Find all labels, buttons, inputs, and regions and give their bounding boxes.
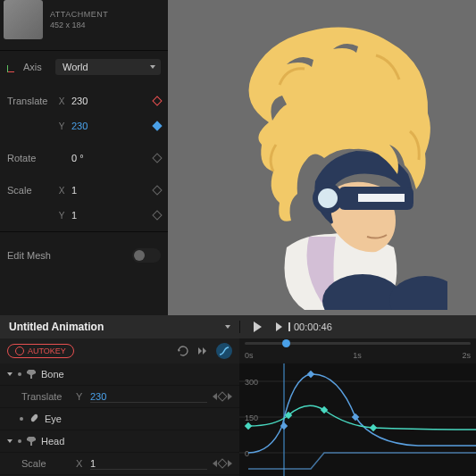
svg-rect-18 <box>245 422 252 430</box>
translate-y-key-icon[interactable] <box>152 121 162 130</box>
scale-x-input[interactable]: 1 <box>71 185 148 196</box>
attachment-thumbnail[interactable] <box>4 0 43 39</box>
skip-icon[interactable] <box>196 345 209 357</box>
chevron-down-icon[interactable] <box>7 439 13 443</box>
svg-point-1 <box>389 276 447 310</box>
svg-point-3 <box>318 188 338 208</box>
rotate-input[interactable]: 0 ° <box>71 153 148 163</box>
scale-label: Scale <box>7 185 52 196</box>
chevron-down-icon <box>225 325 230 329</box>
attachment-label: ATTACHMENT <box>50 10 108 19</box>
track-bone[interactable]: Bone <box>0 363 239 386</box>
graph-editor[interactable]: 300 150 0 <box>239 363 476 476</box>
axis-dropdown[interactable]: World <box>55 59 161 75</box>
scale-y-input[interactable]: 1 <box>71 210 148 221</box>
properties-sidebar: ATTACHMENT 452 x 184 Axis World Translat… <box>0 0 168 315</box>
translate-x-input[interactable]: 230 <box>71 96 148 106</box>
attachment-dimensions: 452 x 184 <box>50 21 108 29</box>
track-scale-x-input[interactable]: 1 <box>90 458 207 470</box>
translate-y-input[interactable]: 230 <box>71 121 148 131</box>
bone-icon <box>27 370 36 379</box>
time-display: 00:00:46 <box>294 322 332 332</box>
svg-text:300: 300 <box>245 378 258 387</box>
animation-title-dropdown[interactable]: Untitled Animation <box>0 321 239 333</box>
svg-text:150: 150 <box>245 413 258 422</box>
play-button[interactable] <box>251 321 263 333</box>
track-head-scale-x[interactable]: Scale X 1 <box>0 453 239 475</box>
axis-label: Axis <box>23 62 50 72</box>
svg-text:0: 0 <box>245 449 249 458</box>
track-bone-translate[interactable]: Translate Y 230 <box>0 386 239 408</box>
viewport[interactable] <box>168 0 476 315</box>
track-list: Bone Translate Y 230 Eye Head Scale X 1 <box>0 363 239 476</box>
curves-mode-button[interactable] <box>216 343 232 359</box>
bone-icon <box>27 437 36 446</box>
rotate-label: Rotate <box>7 153 52 163</box>
svg-rect-4 <box>358 194 405 202</box>
svg-rect-17 <box>370 424 377 431</box>
scale-x-key-icon[interactable] <box>152 185 162 195</box>
rotate-key-icon[interactable] <box>152 153 162 163</box>
keyframe-nav[interactable] <box>213 460 232 467</box>
track-head[interactable]: Head <box>0 430 239 453</box>
translate-x-key-icon[interactable] <box>152 96 162 105</box>
svg-rect-13 <box>307 371 314 378</box>
timeline-ruler[interactable]: 0s 1s 2s <box>239 338 476 363</box>
chevron-down-icon[interactable] <box>7 372 13 376</box>
attachment-header: ATTACHMENT 452 x 184 <box>0 0 168 46</box>
attachment-icon <box>29 413 39 424</box>
axis-icon <box>7 62 18 72</box>
autokey-button[interactable]: AUTOKEY <box>7 344 74 358</box>
scale-y-key-icon[interactable] <box>152 210 162 220</box>
track-eye[interactable]: Eye <box>0 408 239 430</box>
edit-mesh-label: Edit Mesh <box>7 250 127 261</box>
translate-label: Translate <box>7 96 52 106</box>
timeline-panel: Untitled Animation 00:00:46 AUTOKEY 0s 1… <box>0 315 476 476</box>
character-illustration <box>197 15 447 310</box>
loop-icon[interactable] <box>177 345 189 357</box>
track-translate-y-input[interactable]: 230 <box>90 391 207 403</box>
edit-mesh-toggle[interactable] <box>132 248 161 263</box>
scrub-handle[interactable] <box>282 339 290 347</box>
next-frame-button[interactable] <box>272 321 285 333</box>
keyframe-nav[interactable] <box>213 393 232 400</box>
